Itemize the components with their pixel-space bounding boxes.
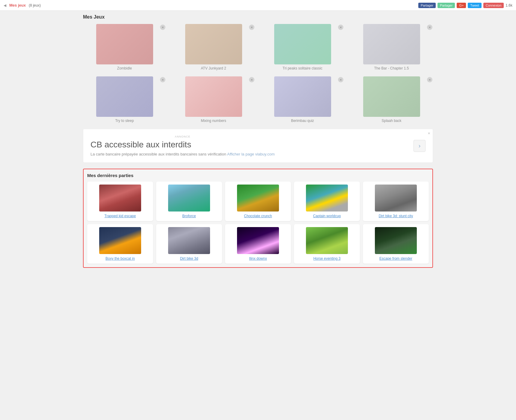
- signin-button[interactable]: Connexion: [483, 3, 504, 8]
- dernieres-label-dirtbike3d[interactable]: Dirt bike 3d: [180, 256, 198, 261]
- ad-link[interactable]: Afficher la page viabuy.com: [227, 152, 275, 156]
- game-card-splash: ✕ Splaah back: [350, 76, 433, 123]
- dernieres-thumb-choccrunch: [237, 185, 279, 211]
- dernieres-label-dirtbike3d-stunt[interactable]: Dirt bike 3d: stunt city: [379, 214, 413, 218]
- close-btn-tripeaks[interactable]: ✕: [338, 25, 343, 30]
- dernieres-thumb-boxy: [99, 227, 141, 254]
- close-btn-splash[interactable]: ✕: [427, 77, 432, 82]
- game-thumb-trytosleep[interactable]: [96, 76, 153, 117]
- dernieres-card-captain[interactable]: Captain worldcup: [294, 182, 360, 221]
- ad-desc-text: La carte bancaire prépayée accessible au…: [90, 152, 226, 156]
- facebook-button[interactable]: Partager: [418, 3, 436, 8]
- game-card-trytosleep: ✕ Try to sleep: [83, 76, 166, 123]
- ad-section: ANNONCE CB accessible aux interdits La c…: [83, 129, 433, 163]
- game-thumb-thebar[interactable]: [363, 24, 420, 64]
- dernieres-thumb-slender: [375, 227, 417, 254]
- dernieres-thumb-dirtbike3d-stunt: [375, 185, 417, 211]
- game-thumb-tripeaks[interactable]: [274, 24, 331, 64]
- dernieres-grid: Trapped kid escape Broforce Chocolate cr…: [87, 182, 429, 264]
- nav-subtitle: (8 jeux): [29, 3, 41, 7]
- ad-chevron[interactable]: ›: [414, 140, 426, 152]
- game-thumb-zombidle[interactable]: [96, 24, 153, 64]
- dernieres-card-trapped[interactable]: Trapped kid escape: [87, 182, 153, 221]
- game-thumb-mixing[interactable]: [185, 76, 242, 117]
- game-label-splash: Splaah back: [381, 119, 401, 123]
- dernieres-thumb-captain: [306, 185, 348, 211]
- dernieres-thumb-broforce: [168, 185, 210, 211]
- top-navigation: ◀ Mes jeux (8 jeux) Partager Partager G+…: [0, 0, 516, 11]
- ad-desc: La carte bancaire prépayée accessible au…: [90, 152, 275, 156]
- tweet-button[interactable]: Tweet: [468, 3, 481, 8]
- dernieres-card-dirtbike3d-stunt[interactable]: Dirt bike 3d: stunt city: [363, 182, 429, 221]
- dernieres-thumb-ilinx: [237, 227, 279, 254]
- game-label-zombidle: Zombidle: [117, 66, 132, 70]
- dernieres-card-dirtbike3d[interactable]: Dirt bike 3d: [156, 224, 222, 264]
- page-title: Mes Jeux: [83, 14, 433, 20]
- close-btn-trytosleep[interactable]: ✕: [160, 77, 165, 82]
- game-thumb-berimbau[interactable]: [274, 76, 331, 117]
- game-thumb-splash[interactable]: [363, 76, 420, 117]
- dernieres-card-ilinx[interactable]: Ilinx downx: [225, 224, 291, 264]
- dernieres-label-slender[interactable]: Escape from slender: [379, 256, 412, 261]
- dernieres-label-captain[interactable]: Captain worldcup: [313, 214, 341, 218]
- game-label-thebar: The Bar - Chapter 1.5: [374, 66, 409, 70]
- dernieres-title: Mes dernières parties: [87, 173, 429, 178]
- ad-close[interactable]: ✕: [428, 132, 430, 135]
- dernieres-label-boxy[interactable]: Boxy the boxcat in: [105, 256, 135, 261]
- user-count: 1.6k: [506, 3, 512, 7]
- game-card-berimbau: ✕ Berimbau quiz: [261, 76, 344, 123]
- partager-button[interactable]: Partager: [437, 3, 455, 8]
- social-buttons: Partager Partager G+ Tweet Connexion 1.6…: [418, 3, 512, 8]
- close-btn-berimbau[interactable]: ✕: [338, 77, 343, 82]
- dernieres-label-horse[interactable]: Horse eventing 3: [313, 256, 341, 261]
- dernieres-card-boxy[interactable]: Boxy the boxcat in: [87, 224, 153, 264]
- game-label-trytosleep: Try to sleep: [115, 119, 134, 123]
- dernieres-thumb-horse: [306, 227, 348, 254]
- game-card-mixing: ✕ Mixing numbers: [172, 76, 255, 123]
- game-card-atv: ✕ ATV Junkyard 2: [172, 24, 255, 70]
- dernieres-card-choccrunch[interactable]: Chocolate crunch: [225, 182, 291, 221]
- game-label-tripeaks: Tri peaks solitaire classic: [283, 66, 322, 70]
- dernieres-card-horse[interactable]: Horse eventing 3: [294, 224, 360, 264]
- game-thumb-atv[interactable]: [185, 24, 242, 64]
- page-content: Mes Jeux ✕ Zombidle ✕ ATV Junkyard 2 ✕ T…: [78, 11, 438, 271]
- dernieres-thumb-trapped: [99, 185, 141, 211]
- game-label-berimbau: Berimbau quiz: [291, 119, 314, 123]
- close-btn-atv[interactable]: ✕: [249, 25, 254, 30]
- game-card-thebar: ✕ The Bar - Chapter 1.5: [350, 24, 433, 70]
- close-btn-zombidle[interactable]: ✕: [160, 25, 165, 30]
- dernieres-thumb-dirtbike3d: [168, 227, 210, 254]
- gplus-button[interactable]: G+: [457, 3, 466, 8]
- dernieres-card-slender[interactable]: Escape from slender: [363, 224, 429, 264]
- game-card-tripeaks: ✕ Tri peaks solitaire classic: [261, 24, 344, 70]
- mes-jeux-grid: ✕ Zombidle ✕ ATV Junkyard 2 ✕ Tri peaks …: [83, 24, 433, 123]
- dernieres-label-broforce[interactable]: Broforce: [182, 214, 196, 218]
- dernieres-section: Mes dernières parties Trapped kid escape…: [83, 169, 433, 268]
- dernieres-label-choccrunch[interactable]: Chocolate crunch: [244, 214, 272, 218]
- ad-label: ANNONCE: [90, 135, 275, 138]
- ad-title: CB accessible aux interdits: [90, 140, 275, 149]
- dernieres-label-trapped[interactable]: Trapped kid escape: [105, 214, 136, 218]
- nav-title: Mes jeux: [9, 3, 26, 7]
- game-label-atv: ATV Junkyard 2: [201, 66, 226, 70]
- close-btn-thebar[interactable]: ✕: [427, 25, 432, 30]
- back-arrow[interactable]: ◀: [4, 3, 6, 7]
- dernieres-card-broforce[interactable]: Broforce: [156, 182, 222, 221]
- dernieres-label-ilinx[interactable]: Ilinx downx: [249, 256, 267, 261]
- close-btn-mixing[interactable]: ✕: [249, 77, 254, 82]
- game-card-zombidle: ✕ Zombidle: [83, 24, 166, 70]
- game-label-mixing: Mixing numbers: [201, 119, 226, 123]
